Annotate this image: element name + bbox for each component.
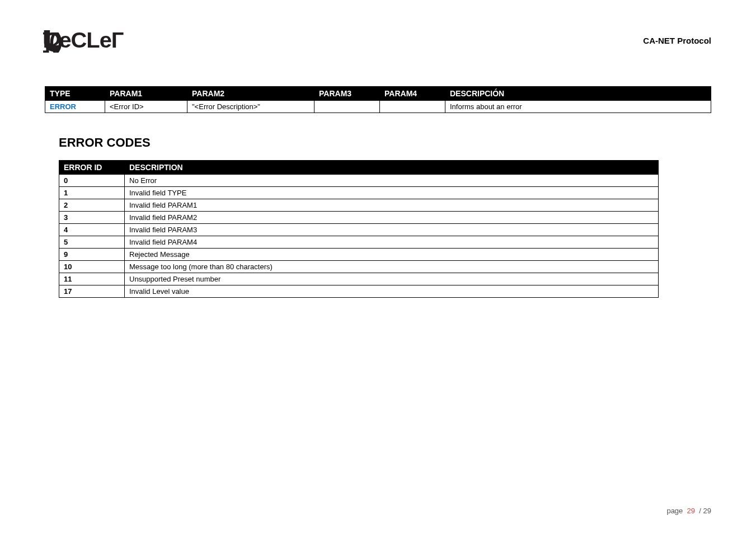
error-codes-table: ERROR ID DESCRIPTION 0 No Error 1 Invali… [59,160,659,298]
brand-logo: ]() ΩeCLeГ [43,28,124,53]
section-title-error-codes: ERROR CODES [59,135,711,150]
table-row: 9 Rejected Message [59,249,659,261]
table-row: 3 Invalid field PARAM2 [59,212,659,224]
cell-desc: Informs about an error [445,101,711,113]
footer-page-current: 29 [687,507,695,515]
cell-error-desc: Rejected Message [125,249,659,261]
cell-type: ERROR [45,101,105,113]
cell-error-desc: Invalid field TYPE [125,187,659,199]
table-row: 17 Invalid Level value [59,285,659,298]
table-row: 5 Invalid field PARAM4 [59,236,659,249]
col-header-param1: PARAM1 [105,87,187,101]
table-header-row: ERROR ID DESCRIPTION [59,161,659,175]
cell-error-desc: Invalid field PARAM4 [125,236,659,249]
cell-error-id: 0 [59,175,125,187]
footer-page-total: 29 [703,507,711,515]
cell-error-desc: Invalid field PARAM3 [125,224,659,236]
table-row: 4 Invalid field PARAM3 [59,224,659,236]
cell-error-id: 3 [59,212,125,224]
cell-param4 [380,101,445,113]
cell-error-desc: Message too long (more than 80 character… [125,261,659,273]
col-header-error-id: ERROR ID [59,161,125,175]
col-header-param3: PARAM3 [314,87,380,101]
cell-error-id: 10 [59,261,125,273]
cell-error-id: 5 [59,236,125,249]
document-title: CA-NET Protocol [643,36,711,45]
cell-error-desc: No Error [125,175,659,187]
cell-error-desc: Unsupported Preset number [125,273,659,285]
cell-param2: "<Error Description>" [187,101,314,113]
cell-error-desc: Invalid field PARAM2 [125,212,659,224]
cell-error-id: 1 [59,187,125,199]
col-header-error-desc: DESCRIPTION [125,161,659,175]
col-header-type: TYPE [45,87,105,101]
protocol-table: TYPE PARAM1 PARAM2 PARAM3 PARAM4 DESCRIP… [45,86,711,113]
table-row: 2 Invalid field PARAM1 [59,199,659,212]
cell-error-id: 11 [59,273,125,285]
table-row: 0 No Error [59,175,659,187]
cell-param3 [314,101,380,113]
table-row: 11 Unsupported Preset number [59,273,659,285]
footer-page-label: page [666,507,683,515]
col-header-param4: PARAM4 [380,87,445,101]
table-row: ERROR <Error ID> "<Error Description>" I… [45,101,711,113]
col-header-desc: DESCRIPCIÓN [445,87,711,101]
cell-error-id: 17 [59,285,125,298]
table-row: 10 Message too long (more than 80 charac… [59,261,659,273]
page-header: ]() ΩeCLeГ CA-NET Protocol [45,28,711,53]
page-footer: page 29 / 29 [666,507,711,515]
cell-error-id: 2 [59,199,125,212]
table-header-row: TYPE PARAM1 PARAM2 PARAM3 PARAM4 DESCRIP… [45,87,711,101]
page-container: ]() ΩeCLeГ CA-NET Protocol TYPE PARAM1 P… [0,0,756,534]
cell-error-desc: Invalid field PARAM1 [125,199,659,212]
footer-page-sep-char: / [699,507,701,515]
cell-param1: <Error ID> [105,101,187,113]
cell-error-id: 9 [59,249,125,261]
cell-error-id: 4 [59,224,125,236]
col-header-param2: PARAM2 [187,87,314,101]
table-row: 1 Invalid field TYPE [59,187,659,199]
cell-error-desc: Invalid Level value [125,285,659,298]
